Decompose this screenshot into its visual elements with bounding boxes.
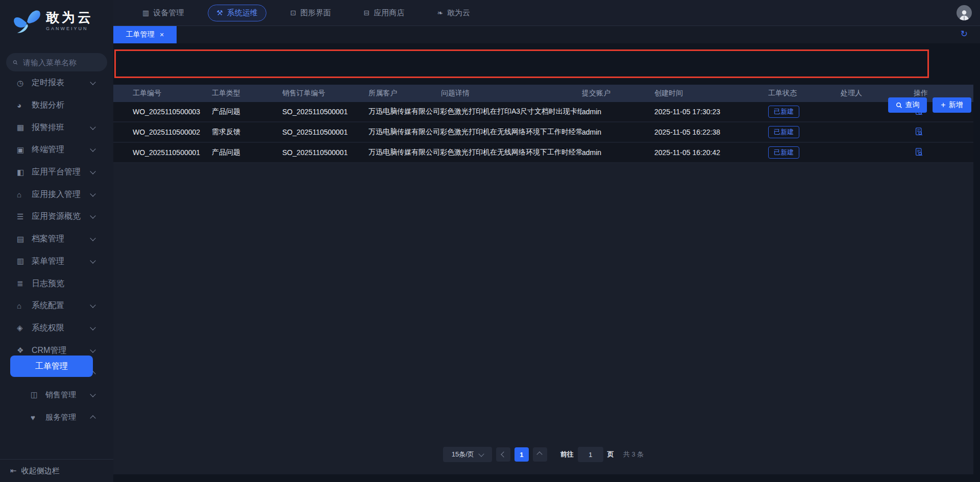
sidebar-menu-item[interactable]: ◕ 数据分析 [0, 94, 113, 117]
menu-search-box[interactable] [6, 53, 107, 71]
cell-account: admin [582, 148, 654, 157]
chevron-icon [90, 168, 95, 174]
col-issue: 问题详情 [441, 89, 470, 97]
sidebar-menu-item[interactable]: ◫ 销售管理 [0, 384, 113, 407]
sidebar-item-label: 系统配置 [32, 300, 91, 311]
top-navigation: ▥ 设备管理 ⚒ 系统运维 ⊡ 图形界面 ⊟ 应用商店 ❧ 敢为云 [113, 0, 980, 26]
sidebar-item-label: 应用接入管理 [32, 189, 91, 200]
chevron-left-icon [501, 451, 506, 457]
cell-issue: 彩色激光打印机在打印A3尺寸文档时出现卡纸 [440, 107, 582, 115]
wrench-icon: ⚒ [216, 9, 223, 17]
sidebar-item-label: 终端管理 [32, 144, 91, 155]
topnav-item-label: 应用商店 [374, 8, 404, 18]
chevron-icon [90, 302, 95, 308]
table-body: WO_2025110500003 产品问题 SO_2025110500001 万… [113, 102, 973, 163]
topnav-item[interactable]: ⊡ 图形界面 [282, 5, 340, 21]
col-sales-order-no: 销售订单编号 [282, 89, 369, 98]
menu-search-input[interactable] [22, 58, 101, 67]
collapse-sidebar-label: 收起侧边栏 [21, 466, 60, 476]
table-row[interactable]: WO_2025110500001 产品问题 SO_2025110500001 万… [113, 143, 973, 163]
sidebar-item-label: 应用资源概览 [32, 211, 91, 222]
cell-customer-issue: 万迅电脑传媒有限公司彩色激光打印机在无线网络环境下工作时经常 [369, 128, 582, 137]
goto-page-input[interactable] [578, 447, 603, 462]
col-type: 工单类型 [212, 89, 282, 98]
chevron-icon [90, 124, 95, 130]
table-row[interactable]: WO_2025110500002 需求反馈 SO_2025110500001 万… [113, 122, 973, 143]
query-button-label: 查询 [905, 100, 920, 110]
sidebar-menu-item[interactable]: ◷ 定时报表 [0, 72, 113, 94]
sidebar-item-label: 服务管理 [45, 413, 91, 422]
topnav-item[interactable]: ⊟ 应用商店 [355, 5, 413, 21]
sidebar-item-label: 系统权限 [32, 323, 91, 334]
main-content: 工单类型: 请选择 工单状态: 已新建 查询 + 新增 工单编号 工单类型 销售… [113, 43, 980, 482]
cell-account: admin [582, 108, 654, 116]
terminal-icon: ▣ [17, 145, 32, 155]
collapse-sidebar[interactable]: ⇤ 收起侧边栏 [0, 459, 113, 482]
topnav-item[interactable]: ❧ 敢为云 [428, 5, 479, 21]
cell-created: 2025-11-05 17:30:23 [654, 108, 768, 116]
tab-label: 工单管理 [126, 30, 154, 39]
col-actions: 操作 [914, 89, 973, 98]
tab-work-order[interactable]: 工单管理 ✕ [113, 26, 177, 43]
topnav-item[interactable]: ▥ 设备管理 [134, 5, 192, 21]
monitor-icon: ⊡ [290, 9, 297, 17]
sidebar-menu-item[interactable]: ♥ 服务管理 [0, 406, 113, 428]
next-page-button[interactable] [533, 447, 547, 462]
sidebar-menu-item[interactable]: ▤ 档案管理 [0, 228, 113, 250]
work-order-table: 工单编号 工单类型 销售订单编号 所属客户问题详情 提交账户 创建时间 工单状态… [113, 85, 973, 474]
sidebar-menu-item[interactable]: ▦ 报警排班 [0, 116, 113, 139]
total-count-label: 共 3 条 [623, 450, 644, 459]
user-icon [958, 8, 970, 20]
calendar-icon: ▦ [17, 123, 32, 132]
home-icon: ⌂ [17, 301, 32, 310]
cell-actions [914, 147, 973, 158]
sidebar-menu-item[interactable]: ▥ 菜单管理 [0, 250, 113, 273]
close-icon[interactable]: ✕ [159, 32, 164, 38]
store-icon: ⊟ [364, 9, 370, 17]
goto-label: 前往 [560, 450, 574, 459]
status-badge: 已新建 [768, 146, 799, 159]
page-unit-label: 页 [607, 450, 614, 459]
current-page-button[interactable]: 1 [514, 447, 529, 462]
sidebar-menu-item[interactable]: ≣ 日志预览 [0, 272, 113, 295]
query-button[interactable]: 查询 [888, 97, 927, 113]
collapse-sidebar-icon: ⇤ [10, 466, 17, 475]
crm-icon: ❖ [17, 346, 32, 355]
view-detail-icon[interactable] [915, 147, 923, 157]
topnav-item[interactable]: ⚒ 系统运维 [208, 5, 266, 21]
timer-icon: ◷ [17, 79, 32, 88]
prev-page-button[interactable] [496, 447, 510, 462]
sidebar-menu-item[interactable]: ⌂ 系统配置 [0, 295, 113, 317]
page-size-select[interactable]: 15条/页 [443, 447, 492, 462]
view-detail-icon[interactable] [915, 127, 923, 136]
cell-type: 需求反馈 [212, 128, 282, 137]
sidebar-menu-item[interactable]: ☰ 应用资源概览 [0, 206, 113, 228]
brand-logo: 敢为云 GANWEIYUN [12, 7, 93, 35]
cell-customer: 万迅电脑传媒有限公司 [369, 128, 440, 136]
status-badge: 已新建 [768, 106, 799, 118]
sidebar-item-label: 菜单管理 [32, 256, 91, 267]
cell-status: 已新建 [768, 106, 841, 118]
sidebar-menu-item[interactable]: ◧ 应用平台管理 [0, 161, 113, 184]
sidebar-menu-item[interactable]: ◈ 系统权限 [0, 317, 113, 340]
sidebar-menu-item[interactable]: ⌂ 应用接入管理 [0, 183, 113, 206]
chevron-icon [90, 191, 95, 196]
sidebar-item-label: 定时报表 [32, 78, 91, 88]
user-avatar[interactable] [957, 5, 972, 20]
sidebar-item-label: 日志预览 [32, 278, 91, 289]
brand-subtitle: GANWEIYUN [46, 26, 93, 31]
chevron-icon [90, 146, 95, 152]
table-row[interactable]: WO_2025110500003 产品问题 SO_2025110500001 万… [113, 102, 973, 122]
chevron-right-icon [536, 451, 542, 457]
home-icon: ⌂ [17, 190, 32, 199]
sidebar-menu-item[interactable]: ▣ 终端管理 [0, 139, 113, 161]
sidebar-item-work-order-active[interactable]: 工单管理 [10, 356, 93, 377]
topnav-item-label: 设备管理 [153, 8, 184, 18]
search-icon [13, 59, 18, 66]
cell-created: 2025-11-05 16:22:38 [654, 128, 768, 136]
refresh-icon[interactable]: ↻ [961, 30, 968, 38]
col-handler: 处理人 [841, 89, 914, 98]
topnav-item-label: 系统运维 [227, 8, 258, 18]
add-button[interactable]: + 新增 [933, 97, 971, 113]
col-created: 创建时间 [654, 89, 768, 98]
